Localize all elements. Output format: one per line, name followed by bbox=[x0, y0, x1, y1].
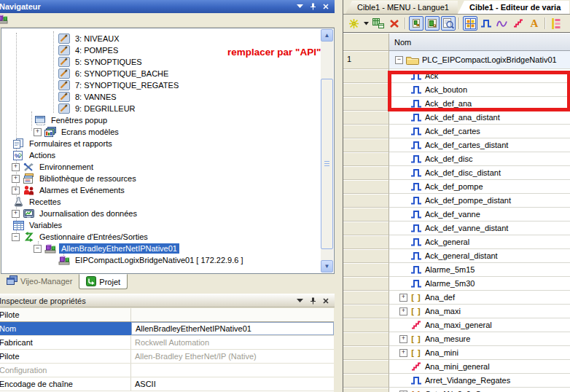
tree-item[interactable]: +Ecrans modèles bbox=[1, 126, 321, 138]
navigator-tab-vijeo-manager[interactable]: Vijeo-Manager bbox=[0, 274, 79, 288]
variable-row[interactable]: Ack_general bbox=[343, 235, 570, 249]
variable-row[interactable]: +{ }Cpt_AN_2_0_C bbox=[343, 388, 570, 392]
property-row[interactable]: FabricantRockwell Automation bbox=[0, 336, 334, 350]
editor-tab-0[interactable]: Cible1 - MENU - Langue1 bbox=[345, 1, 458, 14]
chevron-down-icon[interactable] bbox=[297, 4, 303, 9]
variable-row[interactable]: +[ ]Ana_mini bbox=[343, 346, 570, 360]
variable-row[interactable]: Ack_def_ana_distant bbox=[343, 111, 570, 125]
tree-item[interactable]: −AllenBradleyEtherNetIPNative01 bbox=[1, 243, 321, 254]
variable-row[interactable]: Ack_def_ana bbox=[343, 97, 570, 111]
variable-row[interactable]: Alarme_5m30 bbox=[343, 277, 570, 291]
tree-item[interactable]: Formulaires et rapports bbox=[1, 138, 321, 149]
property-row[interactable]: NomAllenBradleyEtherNetIPNative01 bbox=[0, 322, 334, 336]
filter-int-icon[interactable] bbox=[495, 16, 510, 31]
delete-variable-icon[interactable] bbox=[387, 16, 402, 31]
expand-plus-icon[interactable]: + bbox=[12, 175, 20, 183]
collapse-minus-icon[interactable]: − bbox=[12, 233, 20, 241]
navigator-tab-projet[interactable]: Projet bbox=[79, 274, 128, 289]
tree-item[interactable]: Variables bbox=[1, 219, 321, 231]
expand-plus-icon[interactable]: + bbox=[12, 187, 20, 195]
property-value[interactable]: Allen-Bradley EtherNet/IP (Native) bbox=[131, 350, 334, 363]
filter-float-icon[interactable] bbox=[511, 16, 526, 31]
tree-item[interactable]: %Actions bbox=[1, 149, 321, 161]
variable-row[interactable]: Ana_maxi_general bbox=[343, 318, 570, 332]
variable-row[interactable]: Ack_general_distant bbox=[343, 249, 570, 263]
tree-item[interactable]: 6: SYNOPTIQUE_BACHE bbox=[1, 68, 321, 79]
variable-row[interactable]: Ack_def_pompe_distant bbox=[343, 194, 570, 208]
tree-item[interactable]: 9: DEGRILLEUR bbox=[1, 103, 321, 114]
expand-plus-icon[interactable]: + bbox=[399, 349, 407, 357]
preview-icon[interactable] bbox=[441, 16, 456, 31]
variable-row[interactable]: +[ ]Ana_mesure bbox=[343, 332, 570, 346]
variable-row[interactable]: Ack_def_disc_distant bbox=[343, 166, 570, 180]
filter-string-icon[interactable]: A bbox=[527, 16, 542, 31]
property-row[interactable]: Configuration bbox=[0, 364, 334, 377]
variable-row[interactable]: +[ ]Ana_maxi bbox=[343, 305, 570, 318]
expand-plus-icon[interactable]: + bbox=[399, 335, 407, 343]
collapse-expander[interactable]: − bbox=[395, 56, 403, 64]
close-icon[interactable] bbox=[323, 4, 329, 9]
property-value[interactable] bbox=[131, 364, 334, 377]
filter-all-icon[interactable] bbox=[463, 16, 477, 31]
variable-row[interactable]: Ack_bouton bbox=[343, 83, 570, 97]
tree-item[interactable]: Fenêtres popup bbox=[1, 114, 321, 126]
duplicate-variable-icon[interactable] bbox=[371, 16, 386, 31]
scroll-down-arrow-icon[interactable]: ▼ bbox=[321, 260, 333, 273]
tree-item[interactable]: 3: NIVEAUX bbox=[1, 33, 321, 44]
tree-item[interactable]: +Environnement bbox=[1, 161, 321, 173]
variable-row[interactable]: Arret_Vidange_Regates bbox=[343, 374, 570, 388]
variable-row[interactable]: Ack_def_pompe bbox=[343, 180, 570, 194]
pin-icon[interactable] bbox=[310, 3, 316, 10]
tree-item[interactable]: +Bibliothèque de ressources bbox=[1, 173, 321, 184]
tree-item[interactable]: Recettes bbox=[1, 196, 321, 208]
tree-item[interactable]: EIPCompactLogixBridgeNative01 [ 172.22.9… bbox=[1, 254, 321, 266]
variable-row[interactable]: Alarme_5m15 bbox=[343, 263, 570, 277]
tree-item[interactable]: 8: VANNES bbox=[1, 91, 321, 103]
editor-tab-1[interactable]: Cible1 - Editeur de varia bbox=[458, 1, 569, 14]
variable-row[interactable]: Ack_def_cartes bbox=[343, 125, 570, 138]
filter-bool-icon[interactable] bbox=[479, 16, 493, 31]
property-row[interactable]: Encodage de chaîneASCII bbox=[0, 377, 334, 391]
new-variable-dropdown-icon[interactable] bbox=[362, 16, 370, 31]
variable-row[interactable]: Ana_mini_general bbox=[343, 360, 570, 374]
plc-folder-row[interactable]: 1 − PLC_EIPCompactLogixBridgeNativ01 bbox=[343, 51, 570, 69]
chevron-down-icon[interactable] bbox=[297, 299, 303, 303]
close-icon[interactable] bbox=[323, 298, 329, 304]
variable-row[interactable]: Ack_def_vanne_distant bbox=[343, 222, 570, 235]
name-column-header[interactable]: Nom bbox=[389, 34, 570, 51]
view-detail-icon[interactable] bbox=[425, 16, 440, 31]
property-value[interactable]: AllenBradleyEtherNetIPNative01 bbox=[131, 322, 334, 335]
filter-blocks-icon[interactable] bbox=[549, 16, 563, 31]
variable-row[interactable]: +[ ]Ana_def bbox=[343, 291, 570, 305]
new-variable-icon[interactable] bbox=[346, 16, 361, 31]
tree-item[interactable]: +Journalisation des données bbox=[1, 208, 321, 219]
expand-plus-icon[interactable]: + bbox=[399, 294, 407, 302]
variable-row[interactable]: Ack bbox=[343, 69, 570, 83]
pin-icon[interactable] bbox=[310, 297, 316, 305]
expand-plus-icon[interactable]: + bbox=[12, 210, 20, 218]
property-value[interactable]: ASCII bbox=[131, 377, 334, 391]
row-header bbox=[343, 388, 389, 392]
tree-item[interactable]: +Alarmes et Evénements bbox=[1, 184, 321, 196]
property-row[interactable]: PiloteAllen-Bradley EtherNet/IP (Native) bbox=[0, 350, 334, 364]
expand-plus-icon[interactable]: + bbox=[399, 307, 407, 315]
variable-row[interactable]: Ack_def_vanne bbox=[343, 208, 570, 222]
expand-plus-icon[interactable]: + bbox=[12, 163, 20, 171]
row-header bbox=[343, 180, 389, 194]
scroll-up-arrow-icon[interactable]: ▲ bbox=[321, 29, 333, 42]
row-header-corner bbox=[343, 34, 389, 51]
templates-icon bbox=[44, 127, 57, 137]
collapse-minus-icon[interactable]: − bbox=[34, 245, 42, 253]
variable-row[interactable]: Ack_def_cartes_distant bbox=[343, 138, 570, 152]
tree-item[interactable]: −Gestionnaire d'Entrées/Sorties bbox=[1, 231, 321, 243]
tree-item[interactable]: 5: SYNOPTIQUES bbox=[1, 56, 321, 68]
view-compact-icon[interactable] bbox=[409, 16, 423, 31]
property-value[interactable]: Rockwell Automation bbox=[131, 336, 334, 349]
tree-item[interactable]: 7: SYNOPTIQUE_REGATES bbox=[1, 79, 321, 91]
expand-plus-icon[interactable]: + bbox=[34, 128, 42, 136]
bool-variable-icon bbox=[410, 154, 423, 163]
device-icon[interactable] bbox=[0, 15, 9, 26]
scrollbar-thumb[interactable] bbox=[321, 79, 333, 249]
tree-scrollbar[interactable]: ▲ ▼ bbox=[321, 29, 333, 273]
variable-row[interactable]: Ack_def_disc bbox=[343, 152, 570, 166]
